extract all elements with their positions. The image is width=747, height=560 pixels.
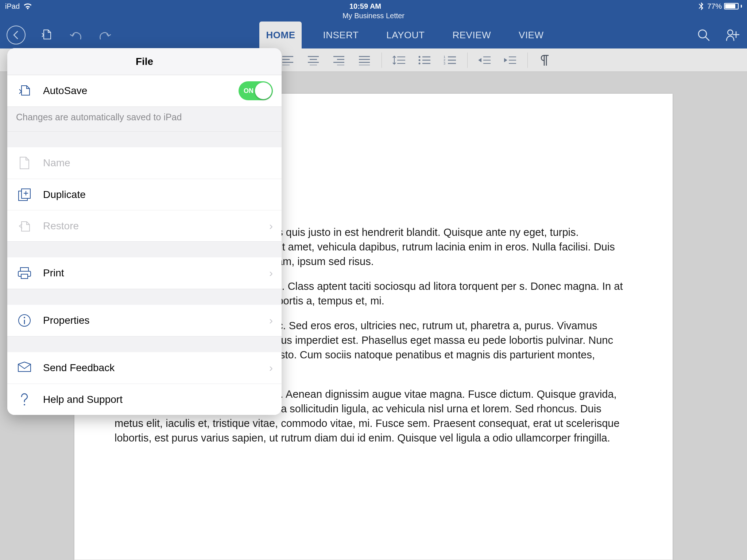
pilcrow-icon[interactable] [534, 52, 556, 69]
file-menu-button[interactable] [39, 27, 55, 43]
help-row[interactable]: Help and Support [7, 384, 282, 415]
tab-review[interactable]: REVIEW [446, 22, 498, 48]
share-button[interactable] [725, 28, 740, 42]
align-center-icon[interactable] [303, 52, 324, 69]
nav-bar: HOME INSERT LAYOUT REVIEW VIEW [0, 22, 747, 48]
undo-button[interactable] [68, 27, 84, 43]
document-icon [16, 155, 33, 171]
search-button[interactable] [697, 28, 711, 42]
redo-button[interactable] [97, 27, 113, 43]
print-icon [16, 265, 33, 281]
restore-icon [16, 218, 33, 234]
help-icon [16, 391, 33, 408]
autosave-toggle[interactable]: ON [239, 81, 273, 100]
indent-icon[interactable] [500, 52, 521, 69]
chevron-right-icon: › [269, 267, 273, 279]
svg-point-18 [24, 317, 25, 318]
autosave-row: AutoSave ON [7, 75, 282, 106]
align-justify-icon[interactable] [354, 52, 375, 69]
back-button[interactable] [7, 26, 26, 44]
svg-point-19 [24, 404, 25, 405]
popover-title: File [7, 48, 282, 75]
duplicate-icon [16, 186, 33, 203]
bluetooth-icon [698, 2, 704, 10]
svg-point-7 [419, 59, 421, 61]
chevron-right-icon: › [269, 220, 273, 232]
battery-indicator: 77% [707, 2, 742, 11]
document-title: My Business Letter [0, 12, 747, 20]
svg-text:3: 3 [444, 62, 445, 65]
clock: 10:59 AM [349, 2, 381, 11]
title-header: My Business Letter [0, 12, 747, 22]
bullet-list-icon[interactable] [414, 52, 435, 69]
name-row: Name [7, 147, 282, 179]
wifi-icon [23, 3, 32, 9]
tab-insert[interactable]: INSERT [316, 22, 365, 48]
chevron-right-icon: › [269, 362, 273, 374]
autosave-icon [16, 82, 33, 99]
svg-rect-16 [21, 274, 28, 279]
svg-point-1 [728, 30, 733, 35]
duplicate-row[interactable]: Duplicate [7, 179, 282, 210]
file-popover: File AutoSave ON Changes are automatical… [7, 48, 282, 415]
print-row[interactable]: Print › [7, 257, 282, 289]
tab-layout[interactable]: LAYOUT [380, 22, 431, 48]
autosave-label: AutoSave [43, 85, 228, 97]
autosave-note: Changes are automatically saved to iPad [7, 106, 282, 131]
tab-home[interactable]: HOME [259, 22, 302, 48]
feedback-row[interactable]: Send Feedback › [7, 352, 282, 384]
restore-row: Restore › [7, 210, 282, 241]
feedback-icon [16, 359, 33, 376]
svg-point-8 [419, 62, 421, 64]
svg-rect-14 [20, 268, 28, 271]
chevron-right-icon: › [269, 314, 273, 327]
svg-point-6 [419, 56, 421, 58]
outdent-icon[interactable] [474, 52, 495, 69]
info-icon [16, 312, 33, 329]
tab-strip: HOME INSERT LAYOUT REVIEW VIEW [113, 22, 697, 48]
tab-view[interactable]: VIEW [512, 22, 550, 48]
number-list-icon[interactable]: 123 [440, 52, 461, 69]
device-label: iPad [5, 2, 20, 11]
align-right-icon[interactable] [328, 52, 349, 69]
svg-point-0 [698, 30, 707, 38]
properties-row[interactable]: Properties › [7, 305, 282, 336]
status-bar: iPad 10:59 AM 77% [0, 0, 747, 12]
line-spacing-icon[interactable] [388, 52, 410, 69]
